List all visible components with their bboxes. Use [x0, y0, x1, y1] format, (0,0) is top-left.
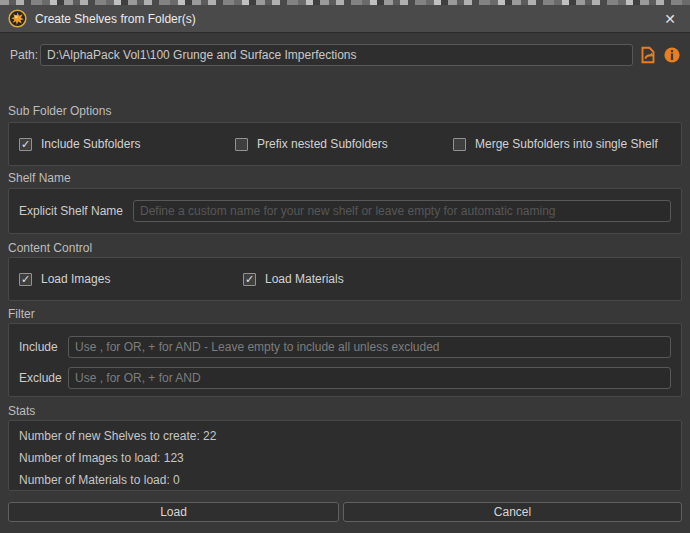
- checkbox-label: Prefix nested Subfolders: [257, 137, 388, 151]
- exclude-filter-label: Exclude: [19, 367, 62, 389]
- checkbox-label: Merge Subfolders into single Shelf: [475, 137, 658, 151]
- stats-panel: Number of new Shelves to create: 22 Numb…: [8, 420, 682, 491]
- checkbox-prefix-nested-subfolders[interactable]: Prefix nested Subfolders: [235, 137, 388, 151]
- stat-images-to-load: Number of Images to load: 123: [19, 450, 184, 466]
- info-icon[interactable]: [664, 47, 680, 63]
- browse-folder-icon[interactable]: [639, 46, 657, 64]
- checkbox-label: Include Subfolders: [41, 137, 140, 151]
- explicit-shelf-name-input[interactable]: [133, 200, 671, 222]
- include-filter-label: Include: [19, 336, 58, 358]
- section-title-filter: Filter: [8, 307, 35, 321]
- checkbox-box[interactable]: ✓: [19, 138, 32, 151]
- section-title-sub-folder-options: Sub Folder Options: [8, 104, 111, 118]
- exclude-filter-input[interactable]: [68, 367, 671, 389]
- checkbox-box[interactable]: [453, 138, 466, 151]
- dialog-title: Create Shelves from Folder(s): [35, 12, 196, 26]
- checkbox-include-subfolders[interactable]: ✓ Include Subfolders: [19, 137, 140, 151]
- plugin-starburst-icon: [8, 9, 27, 28]
- explicit-shelf-name-label: Explicit Shelf Name: [19, 200, 123, 222]
- cancel-button[interactable]: Cancel: [343, 502, 682, 522]
- section-title-shelf-name: Shelf Name: [8, 171, 71, 185]
- path-label: Path:: [10, 48, 38, 62]
- sub-folder-options-panel: ✓ Include Subfolders Prefix nested Subfo…: [8, 122, 682, 166]
- stat-materials-to-load: Number of Materials to load: 0: [19, 472, 180, 488]
- checkbox-label: Load Materials: [265, 272, 344, 286]
- section-title-content-control: Content Control: [8, 241, 92, 255]
- checkbox-load-materials[interactable]: ✓ Load Materials: [243, 272, 344, 286]
- create-shelves-dialog: Create Shelves from Folder(s) ✕ Path: Su…: [0, 5, 690, 533]
- load-button[interactable]: Load: [8, 502, 339, 522]
- checkbox-load-images[interactable]: ✓ Load Images: [19, 272, 110, 286]
- path-input[interactable]: [40, 44, 633, 66]
- dialog-titlebar[interactable]: Create Shelves from Folder(s) ✕: [0, 5, 690, 33]
- shelf-name-panel: Explicit Shelf Name: [8, 188, 682, 234]
- section-title-stats: Stats: [8, 404, 35, 418]
- close-icon[interactable]: ✕: [660, 10, 680, 28]
- checkbox-box[interactable]: [235, 138, 248, 151]
- checkbox-label: Load Images: [41, 272, 110, 286]
- filter-panel: Include Exclude: [8, 323, 682, 397]
- checkbox-box[interactable]: ✓: [243, 273, 256, 286]
- content-control-panel: ✓ Load Images ✓ Load Materials: [8, 257, 682, 301]
- checkbox-box[interactable]: ✓: [19, 273, 32, 286]
- include-filter-input[interactable]: [68, 336, 671, 358]
- checkbox-merge-subfolders[interactable]: Merge Subfolders into single Shelf: [453, 137, 658, 151]
- stat-shelves-to-create: Number of new Shelves to create: 22: [19, 428, 216, 444]
